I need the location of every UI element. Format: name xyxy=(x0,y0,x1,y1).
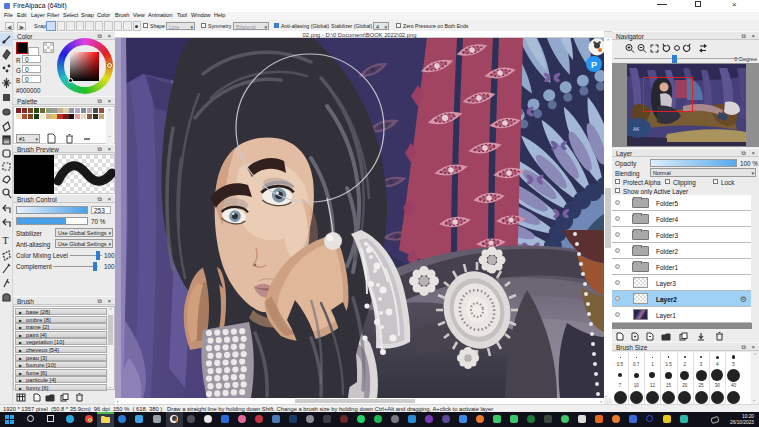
svg-text:P: P xyxy=(591,60,597,70)
svg-text:T: T xyxy=(3,235,9,246)
svg-text:AK: AK xyxy=(633,126,640,132)
